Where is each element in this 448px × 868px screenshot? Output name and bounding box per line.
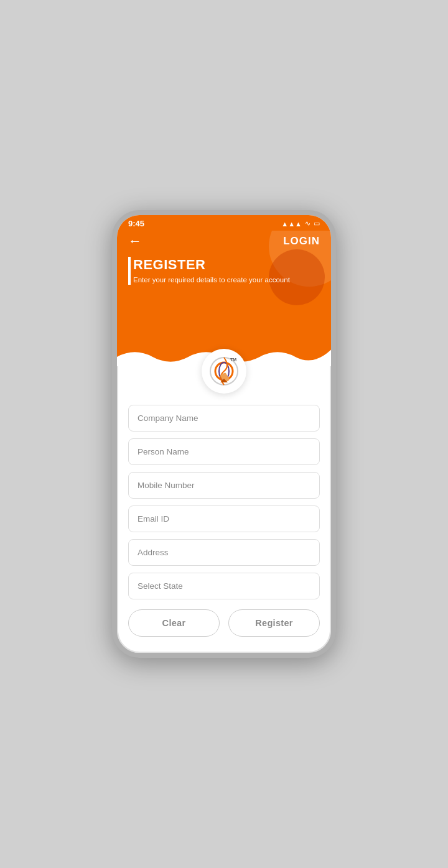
logo-circle: TM	[202, 349, 246, 394]
address-field	[128, 539, 320, 566]
person-name-field	[128, 438, 320, 465]
header-nav: ← LOGIN	[128, 234, 320, 248]
button-row: Clear Register	[128, 609, 320, 637]
register-subtitle: Enter your required details to create yo…	[133, 275, 320, 285]
login-link[interactable]: LOGIN	[283, 235, 320, 247]
register-title: REGISTER	[133, 257, 320, 273]
back-button[interactable]: ←	[128, 234, 142, 248]
header-section: ← LOGIN REGISTER Enter your required det…	[117, 231, 331, 343]
signal-icon: ▲▲▲	[281, 220, 302, 228]
logo-icon: TM	[205, 353, 243, 390]
company-name-field	[128, 405, 320, 432]
svg-text:TM: TM	[230, 358, 236, 362]
phone-frame: 9:45 ▲▲▲ ∿ ▭ ← LOGIN REGISTER Enter your…	[112, 210, 336, 658]
status-time: 9:45	[128, 219, 144, 228]
mobile-input[interactable]	[128, 472, 320, 499]
person-name-input[interactable]	[128, 438, 320, 465]
battery-icon: ▭	[314, 219, 320, 228]
address-input[interactable]	[128, 539, 320, 566]
state-field	[128, 573, 320, 599]
header-content: REGISTER Enter your required details to …	[128, 257, 320, 285]
phone-inner: 9:45 ▲▲▲ ∿ ▭ ← LOGIN REGISTER Enter your…	[117, 215, 331, 653]
wifi-icon: ∿	[305, 219, 310, 228]
status-icons: ▲▲▲ ∿ ▭	[281, 219, 320, 228]
state-input[interactable]	[128, 573, 320, 599]
status-bar: 9:45 ▲▲▲ ∿ ▭	[117, 215, 331, 231]
illustration-area	[117, 649, 331, 653]
email-input[interactable]	[128, 506, 320, 532]
company-name-input[interactable]	[128, 405, 320, 432]
form-area: Clear Register	[117, 394, 331, 649]
email-field	[128, 506, 320, 532]
register-button[interactable]: Register	[228, 609, 320, 637]
mobile-field	[128, 472, 320, 499]
clear-button[interactable]: Clear	[128, 609, 220, 637]
logo-area: TM	[117, 349, 331, 394]
